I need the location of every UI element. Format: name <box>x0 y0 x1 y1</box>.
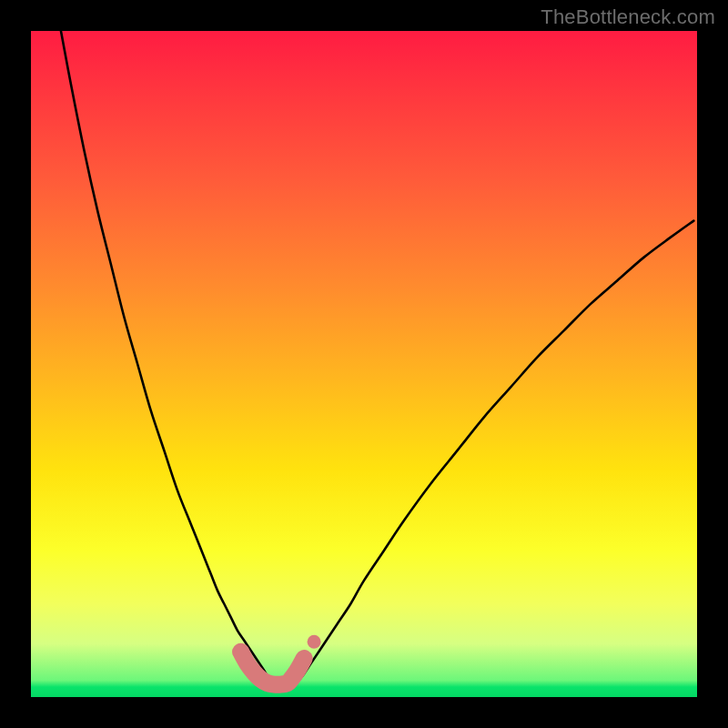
right-branch-curve <box>298 221 693 681</box>
trough-marker-dot <box>308 635 321 649</box>
plot-area <box>31 31 697 697</box>
outer-frame: TheBottleneck.com <box>0 0 728 728</box>
trough-marker-stroke <box>241 652 305 684</box>
left-branch-curve <box>61 31 269 681</box>
watermark-text: TheBottleneck.com <box>541 5 715 29</box>
curve-layer <box>31 31 697 697</box>
